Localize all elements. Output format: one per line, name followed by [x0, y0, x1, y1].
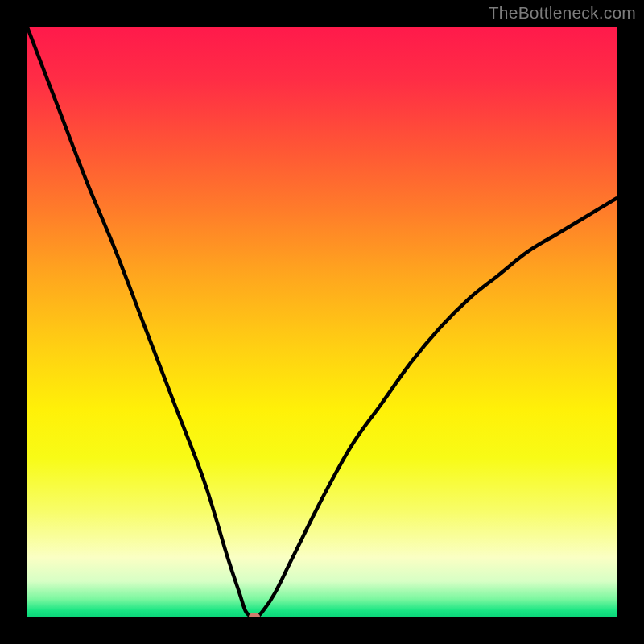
plot-area [27, 27, 617, 617]
optimal-point-marker [249, 613, 260, 617]
chart-frame: TheBottleneck.com [0, 0, 644, 644]
watermark-text: TheBottleneck.com [489, 3, 636, 23]
bottleneck-curve [27, 27, 617, 617]
